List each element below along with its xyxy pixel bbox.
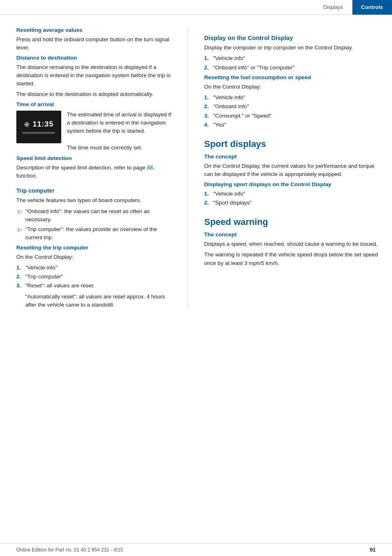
text-resetting-trip-intro: On the Control Display:	[16, 253, 175, 261]
text-distance-2: The distance to the destination is adopt…	[16, 90, 175, 98]
section-display-control: Display on the Control Display Display t…	[204, 34, 380, 72]
footer-page: 91	[370, 547, 376, 553]
sd-num-2: 2.	[204, 199, 213, 207]
section-time-of-arrival: Time of arrival ⊕ 11:35 The estimated ti…	[16, 101, 175, 152]
heading-resetting-trip: Resetting the trip computer	[16, 245, 175, 251]
rf-item-4: 4. "Yes"	[204, 121, 380, 129]
dc-text-1: "Vehicle info"	[213, 54, 245, 62]
arrow-icon-1: ▷	[18, 208, 25, 224]
dc-item-2: 2. "Onboard info" or "Trip computer"	[204, 64, 380, 72]
heading-speed-limit: Speed limit detection	[16, 155, 175, 161]
display-control-list: 1. "Vehicle info" 2. "Onboard info" or "…	[204, 54, 380, 72]
dc-text-2: "Onboard info" or "Trip computer"	[213, 64, 295, 72]
section-resetting-fuel: Resetting the fuel consumption or speed …	[204, 74, 380, 129]
heading-resetting-average: Resetting average values	[16, 27, 175, 33]
list-text-2: "Trip computer"	[25, 273, 63, 281]
rf-num-1: 1.	[204, 93, 213, 102]
heading-sport-concept: The concept	[204, 153, 380, 160]
arrival-description: The estimated time of arrival is display…	[67, 111, 175, 152]
rf-num-2: 2.	[204, 102, 213, 111]
section-trip-computer: Trip computer The vehicle features two t…	[16, 187, 175, 242]
bullet-onboard-info: ▷ "Onboard info": the values can be rese…	[16, 207, 175, 224]
controls-label: Controls	[361, 4, 383, 10]
section-speed-limit: Speed limit detection Description of the…	[16, 155, 175, 180]
heading-speed-concept: The concept	[204, 231, 380, 238]
heading-displaying-sport: Displaying sport displays on the Control…	[204, 181, 380, 187]
text-speed-concept-2: The warning is repeated if the vehicle s…	[204, 251, 380, 267]
list-text-3: "Reset": all values are reset.	[25, 282, 94, 290]
arrival-image: ⊕ 11:35	[16, 111, 61, 143]
heading-speed-warning: Speed warning	[204, 217, 380, 227]
section-sport-concept: The concept On the Control Display, the …	[204, 153, 380, 179]
sd-text-1: "Vehicle info"	[213, 190, 245, 198]
right-column: Display on the Control Display Display t…	[188, 27, 392, 309]
rf-item-1: 1. "Vehicle info"	[204, 93, 380, 102]
heading-trip-computer: Trip computer	[16, 187, 175, 194]
dc-num-2: 2.	[204, 64, 213, 72]
rf-num-4: 4.	[204, 121, 213, 129]
big-heading-speed-warning: Speed warning	[204, 217, 380, 227]
arrival-text-1: The estimated time of arrival is display…	[67, 111, 171, 134]
list-item-1: 1. "Vehicle info"	[16, 264, 175, 272]
footer: Online Edition for Part no. 01 40 2 954 …	[0, 543, 392, 556]
rf-text-3: "Consumpt." or "Speed"	[213, 112, 272, 120]
rf-text-4: "Yes"	[213, 121, 226, 129]
bullet-text-1: "Onboard info": the values can be reset …	[25, 207, 175, 224]
heading-resetting-fuel: Resetting the fuel consumption or speed	[204, 74, 380, 80]
list-item-3: 3. "Reset": all values are reset.	[16, 282, 175, 290]
arrow-icon-2: ▷	[18, 226, 25, 242]
footer-text: Online Edition for Part no. 01 40 2 954 …	[16, 547, 123, 553]
sd-text-2: "Sport displays"	[213, 199, 252, 207]
heading-distance: Distance to destination	[16, 55, 175, 61]
heading-display-control: Display on the Control Display	[204, 34, 380, 41]
rf-item-3: 3. "Consumpt." or "Speed"	[204, 112, 380, 120]
list-item-2: 2. "Trip computer"	[16, 273, 175, 281]
arrival-bar	[22, 132, 55, 134]
section-resetting-trip: Resetting the trip computer On the Contr…	[16, 245, 175, 309]
dc-num-1: 1.	[204, 54, 213, 62]
arrival-time-display: 11:35	[33, 120, 53, 129]
trip-computer-bullets: ▷ "Onboard info": the values can be rese…	[16, 207, 175, 242]
text-speed-concept-1: Displays a speed, when reached, should c…	[204, 240, 380, 248]
text-display-control: Display the computer or trip computer on…	[204, 44, 380, 52]
left-column: Resetting average values Press and hold …	[0, 27, 188, 309]
list-num-3: 3.	[16, 282, 25, 290]
rf-num-3: 3.	[204, 112, 213, 120]
list-num-2: 2.	[16, 273, 25, 281]
heading-sport-displays: Sport displays	[204, 139, 380, 149]
section-resetting-average: Resetting average values Press and hold …	[16, 27, 175, 52]
text-resetting-average: Press and hold the onboard computer butt…	[16, 36, 175, 52]
text-speed-limit: Description of the speed limit detection…	[16, 164, 175, 180]
dc-item-1: 1. "Vehicle info"	[204, 54, 380, 62]
rf-item-2: 2. "Onboard info"	[204, 102, 380, 111]
sd-item-1: 1. "Vehicle info"	[204, 190, 380, 198]
arrival-text-2: The time must be correctly set.	[67, 145, 143, 151]
resetting-fuel-list: 1. "Vehicle info" 2. "Onboard info" 3. "…	[204, 93, 380, 129]
heading-time-of-arrival: Time of arrival	[16, 101, 175, 107]
section-speed-concept: The concept Displays a speed, when reach…	[204, 231, 380, 267]
list-num-1: 1.	[16, 264, 25, 272]
sd-num-1: 1.	[204, 190, 213, 198]
arrival-block: ⊕ 11:35 The estimated time of arrival is…	[16, 111, 175, 152]
main-content: Resetting average values Press and hold …	[0, 15, 392, 321]
section-distance: Distance to destination The distance rem…	[16, 55, 175, 99]
big-heading-sport: Sport displays	[204, 139, 380, 149]
resetting-trip-sub: "Automatically reset": all values are re…	[25, 293, 175, 309]
list-text-1: "Vehicle info"	[25, 264, 58, 272]
text-trip-computer: The vehicle features two types of board …	[16, 196, 175, 205]
text-sport-concept: On the Control Display, the current valu…	[204, 162, 380, 179]
sd-item-2: 2. "Sport displays"	[204, 199, 380, 207]
tab-displays[interactable]: Displays	[314, 0, 352, 15]
rf-text-2: "Onboard info"	[213, 102, 249, 111]
header-bar: Displays Controls	[0, 0, 392, 15]
text-resetting-fuel-intro: On the Control Display:	[204, 83, 380, 91]
bullet-trip-computer: ▷ "Trip computer": the values provide an…	[16, 225, 175, 242]
displays-label: Displays	[323, 4, 343, 10]
bullet-text-2: "Trip computer": the values provide an o…	[25, 225, 175, 242]
section-sport-displays: Displaying sport displays on the Control…	[204, 181, 380, 207]
clock-icon: ⊕	[24, 120, 29, 128]
rf-text-1: "Vehicle info"	[213, 93, 245, 102]
resetting-trip-list: 1. "Vehicle info" 2. "Trip computer" 3. …	[16, 264, 175, 290]
sport-displays-list: 1. "Vehicle info" 2. "Sport displays"	[204, 190, 380, 207]
tab-controls[interactable]: Controls	[352, 0, 392, 15]
